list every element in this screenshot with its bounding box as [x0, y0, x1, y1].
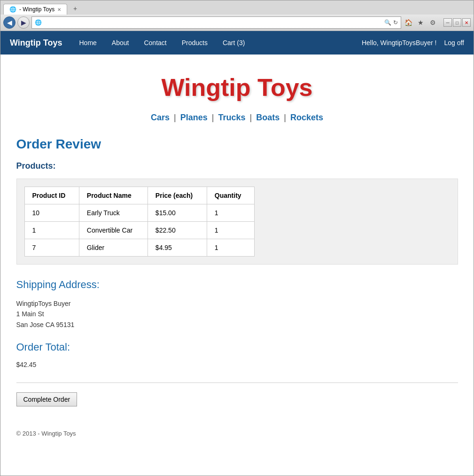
table-cell: Convertible Car: [79, 222, 148, 239]
browser-window: 🌐 - Wingtip Toys ✕ + ◀ ▶ 🌐 http://localh…: [0, 0, 474, 476]
order-total-title: Order Total:: [16, 341, 458, 353]
table-cell: 10: [24, 204, 79, 222]
home-icon[interactable]: 🏠: [403, 17, 413, 28]
main-content: Wingtip Toys Cars | Planes | Trucks | Bo…: [7, 55, 467, 451]
sep-4: |: [284, 113, 286, 122]
tab-title: - Wingtip Toys: [19, 6, 54, 13]
navbar: Wingtip Toys Home About Contact Products…: [0, 31, 474, 55]
shipping-section: Shipping Address: WingtipToys Buyer 1 Ma…: [16, 279, 458, 330]
address-line1: WingtipToys Buyer: [16, 298, 458, 309]
category-boats[interactable]: Boats: [256, 113, 280, 122]
sep-1: |: [174, 113, 176, 122]
category-planes[interactable]: Planes: [180, 113, 208, 122]
back-button[interactable]: ◀: [3, 16, 16, 29]
col-header-product-name: Product Name: [79, 187, 148, 204]
address-line2: 1 Main St: [16, 309, 458, 319]
browser-tab[interactable]: 🌐 - Wingtip Toys ✕: [3, 4, 67, 15]
new-tab-button[interactable]: +: [68, 2, 82, 15]
logoff-link[interactable]: Log off: [444, 39, 464, 47]
forward-button[interactable]: ▶: [17, 16, 30, 29]
order-total-value: $42.45: [16, 361, 458, 368]
category-nav: Cars | Planes | Trucks | Boats | Rockets: [16, 113, 458, 123]
table-cell: 1: [207, 239, 254, 257]
page-title: Order Review: [16, 137, 458, 152]
address-bar[interactable]: 🌐 http://localhost:24019/Checko 🔍 ↻: [31, 16, 401, 29]
col-header-product-id: Product ID: [24, 187, 79, 204]
close-button[interactable]: ✕: [462, 18, 471, 27]
table-cell: 1: [24, 222, 79, 239]
shipping-title: Shipping Address:: [16, 279, 458, 291]
page-icon: 🌐: [35, 19, 42, 26]
url-input[interactable]: http://localhost:24019/Checko: [44, 19, 382, 26]
products-table-container: Product ID Product Name Price (each) Qua…: [16, 179, 458, 265]
nav-cart[interactable]: Cart (3): [215, 32, 252, 53]
table-row: 10Early Truck$15.001: [24, 204, 254, 222]
col-header-quantity: Quantity: [207, 187, 254, 204]
minimize-button[interactable]: ─: [443, 18, 452, 27]
table-cell: $4.95: [148, 239, 207, 257]
nav-contact[interactable]: Contact: [136, 32, 174, 53]
table-cell: Early Truck: [79, 204, 148, 222]
products-label: Products:: [16, 161, 458, 171]
settings-icon[interactable]: ⚙: [427, 17, 438, 28]
nav-about[interactable]: About: [104, 32, 137, 53]
sep-3: |: [250, 113, 252, 122]
browser-toolbar: ◀ ▶ 🌐 http://localhost:24019/Checko 🔍 ↻ …: [0, 15, 474, 31]
tab-bar: 🌐 - Wingtip Toys ✕ +: [0, 0, 474, 15]
page-content: Wingtip Toys Home About Contact Products…: [0, 31, 474, 476]
table-cell: Glider: [79, 239, 148, 257]
table-cell: 1: [207, 204, 254, 222]
divider: [16, 382, 458, 383]
table-cell: 1: [207, 222, 254, 239]
favorites-icon[interactable]: ★: [415, 17, 426, 28]
navbar-brand[interactable]: Wingtip Toys: [10, 38, 62, 48]
search-icon: 🔍: [384, 19, 391, 26]
tab-close-icon[interactable]: ✕: [57, 7, 61, 12]
category-rockets[interactable]: Rockets: [290, 113, 323, 122]
navbar-links: Home About Contact Products Cart (3): [72, 32, 362, 53]
col-header-price: Price (each): [148, 187, 207, 204]
toolbar-icons: 🏠 ★ ⚙: [403, 17, 438, 28]
greeting-text: Hello, WingtipToysBuyer !: [362, 39, 437, 47]
table-row: 7Glider$4.951: [24, 239, 254, 257]
refresh-icon[interactable]: ↻: [393, 19, 398, 26]
navbar-right: Hello, WingtipToysBuyer ! Log off: [362, 39, 464, 47]
table-cell: 7: [24, 239, 79, 257]
tab-icon: 🌐: [9, 6, 16, 13]
address-text: WingtipToys Buyer 1 Main St San Jose CA …: [16, 298, 458, 330]
nav-products[interactable]: Products: [174, 32, 215, 53]
table-cell: $15.00: [148, 204, 207, 222]
complete-order-button[interactable]: Complete Order: [16, 392, 78, 406]
sep-2: |: [212, 113, 214, 122]
footer-text: © 2013 - Wingtip Toys: [16, 425, 458, 442]
nav-home[interactable]: Home: [72, 32, 104, 53]
maximize-button[interactable]: □: [453, 18, 461, 27]
table-cell: $22.50: [148, 222, 207, 239]
table-row: 1Convertible Car$22.501: [24, 222, 254, 239]
category-trucks[interactable]: Trucks: [218, 113, 245, 122]
address-line3: San Jose CA 95131: [16, 320, 458, 330]
category-cars[interactable]: Cars: [151, 113, 170, 122]
products-table: Product ID Product Name Price (each) Qua…: [24, 187, 255, 257]
site-title: Wingtip Toys: [16, 73, 458, 101]
